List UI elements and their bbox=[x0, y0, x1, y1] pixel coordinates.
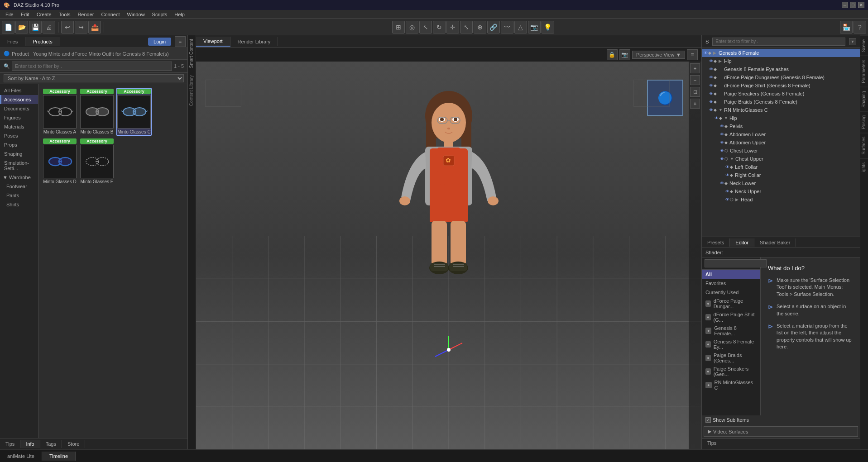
search-input[interactable] bbox=[12, 62, 172, 71]
cat-accessories[interactable]: Accessories bbox=[0, 95, 38, 104]
app-tab-timeline[interactable]: Timeline bbox=[42, 452, 76, 461]
scale-tool[interactable]: ⤡ bbox=[460, 21, 473, 33]
perspective-view-button[interactable]: Perspective View ▼ bbox=[632, 51, 685, 59]
tree-item-braids[interactable]: 👁 ◆ ▶ Paige Braids (Genesis 8 Female) bbox=[702, 98, 860, 106]
side-tab-scene[interactable]: Scene bbox=[860, 35, 868, 56]
sort-select[interactable]: Sort by Name · A to Z bbox=[4, 74, 184, 82]
move-tool[interactable]: ✛ bbox=[446, 21, 459, 33]
show-sub-checkbox[interactable]: ✓ bbox=[705, 417, 711, 423]
shader-cat-favorites[interactable]: Favorites bbox=[702, 279, 760, 288]
redo-button[interactable]: ↪ bbox=[75, 21, 87, 33]
vp-lock-button[interactable]: 🔒 bbox=[607, 49, 618, 60]
cat-wardrobe[interactable]: ▼ Wardrobe bbox=[0, 173, 38, 182]
shader-item-genesis8-eye[interactable]: ● Genesis 8 Female Ey... bbox=[702, 338, 760, 351]
tree-item-glasses[interactable]: 👁 ◆ ▼ RN MintoGlasses C bbox=[702, 106, 860, 114]
tree-toggle-head[interactable]: ▶ bbox=[735, 197, 741, 202]
tab-files[interactable]: Files bbox=[0, 37, 25, 46]
shader-search-input[interactable] bbox=[705, 259, 767, 267]
tab-viewport[interactable]: Viewport bbox=[196, 37, 230, 47]
tree-item-chest-upper[interactable]: 👁 ⬡ ▼ Chest Upper bbox=[702, 155, 860, 163]
zoom-out-tool[interactable]: − bbox=[690, 75, 700, 85]
shader-item-dungarees[interactable]: ● dForce Paige Dungar... bbox=[702, 297, 760, 310]
menu-scripts[interactable]: Scripts bbox=[149, 11, 171, 18]
tree-item-neck-lower[interactable]: 👁 ◆ Neck Lower bbox=[702, 179, 860, 187]
save-file-button[interactable]: 💾 bbox=[29, 21, 42, 33]
smart-content-tab[interactable]: Smart Content bbox=[188, 35, 196, 71]
menu-create[interactable]: Create bbox=[33, 11, 55, 18]
tree-item-hip[interactable]: 👁 ◆ ▶ Hip bbox=[702, 57, 860, 65]
content-library-tab[interactable]: Content Library bbox=[188, 71, 196, 110]
tree-item-dungarees[interactable]: 👁 ◆ ▶ dForce Paige Dungarees (Genesis 8 … bbox=[702, 73, 860, 81]
camera-tool[interactable]: 📷 bbox=[528, 21, 541, 33]
export-button[interactable]: 📤 bbox=[88, 21, 101, 33]
menu-render[interactable]: Render bbox=[74, 11, 97, 18]
menu-tools[interactable]: Tools bbox=[55, 11, 74, 18]
side-tab-posing[interactable]: Posing bbox=[860, 111, 868, 133]
rotate-tool[interactable]: ↻ bbox=[433, 21, 446, 33]
undo-button[interactable]: ↩ bbox=[61, 21, 74, 33]
side-tab-parameters[interactable]: Parameters bbox=[860, 56, 868, 87]
tab-bottom-tips[interactable]: Tips bbox=[702, 439, 722, 449]
side-tab-surfaces[interactable]: Surfaces bbox=[860, 133, 868, 158]
vp-camera-button[interactable]: 📷 bbox=[619, 49, 630, 60]
tab-tags[interactable]: Tags bbox=[40, 440, 62, 448]
new-file-button[interactable]: 📄 bbox=[2, 21, 14, 33]
login-button[interactable]: Login bbox=[148, 38, 171, 46]
cat-shirts[interactable]: Shirts bbox=[0, 200, 38, 209]
tree-item-pelvis[interactable]: 👁 ◆ Pelvis bbox=[702, 122, 860, 130]
cat-props[interactable]: Props bbox=[0, 140, 38, 149]
tree-toggle-hip[interactable]: ▶ bbox=[719, 59, 724, 63]
tab-store[interactable]: Store bbox=[62, 440, 85, 448]
menu-edit[interactable]: Edit bbox=[17, 11, 33, 18]
shader-item-paige-shirt[interactable]: ● dForce Paige Shirt (G... bbox=[702, 310, 760, 324]
cat-footwear[interactable]: Footwear bbox=[0, 182, 38, 191]
tree-item-left-collar[interactable]: 👁 ◆ Left Collar bbox=[702, 163, 860, 171]
minimize-button[interactable]: ─ bbox=[842, 2, 848, 8]
smooth-tool[interactable]: 〰 bbox=[501, 21, 513, 33]
menu-connect[interactable]: Connect bbox=[98, 11, 124, 18]
shader-cat-used[interactable]: Currently Used bbox=[702, 288, 760, 297]
tree-item-shirt[interactable]: 👁 ◆ ▶ dForce Paige Shirt (Genesis 8 Fema… bbox=[702, 81, 860, 90]
tree-item-hip2[interactable]: 👁 ◆ ▼ Hip bbox=[702, 114, 860, 122]
menu-help[interactable]: Help bbox=[171, 11, 188, 18]
help-icon-btn[interactable]: ? bbox=[854, 21, 866, 33]
cat-figures[interactable]: Figures bbox=[0, 113, 38, 122]
product-card-glasses-d[interactable]: Accessory Minto Glasses D bbox=[42, 138, 77, 186]
tree-toggle-chest-upper[interactable]: ▼ bbox=[730, 157, 735, 161]
tab-shader-baker[interactable]: Shader Baker bbox=[754, 238, 796, 247]
close-button[interactable]: ✕ bbox=[858, 2, 864, 8]
cat-poses[interactable]: Poses bbox=[0, 131, 38, 140]
tree-toggle-hip2[interactable]: ▼ bbox=[724, 116, 729, 120]
shader-cat-all[interactable]: All bbox=[702, 270, 760, 279]
tree-item-abdomen-upper[interactable]: 👁 ◆ Abdomen Upper bbox=[702, 138, 860, 147]
shader-item-genesis8f[interactable]: ● Genesis 8 Female... bbox=[702, 324, 760, 338]
tab-presets[interactable]: Presets bbox=[702, 238, 730, 247]
cat-simulation[interactable]: Simulation-Setti... bbox=[0, 158, 38, 173]
tree-toggle-genesis8f[interactable]: ▶ bbox=[713, 51, 719, 55]
select-tool[interactable]: ↖ bbox=[419, 21, 432, 33]
menu-file[interactable]: File bbox=[2, 11, 17, 18]
tab-tips[interactable]: Tips bbox=[0, 440, 20, 448]
maximize-button[interactable]: □ bbox=[850, 2, 856, 8]
cat-documents[interactable]: Documents bbox=[0, 104, 38, 113]
store-button[interactable]: 🏪 bbox=[840, 21, 853, 33]
tab-render-library[interactable]: Render Library bbox=[230, 37, 278, 46]
light-tool[interactable]: 💡 bbox=[542, 21, 554, 33]
perspective-tool[interactable]: ◎ bbox=[406, 21, 418, 33]
scene-options-button[interactable]: ▼ bbox=[849, 38, 856, 45]
open-file-button[interactable]: 📂 bbox=[15, 21, 28, 33]
scene-tool[interactable]: ⊞ bbox=[392, 21, 405, 33]
tab-editor[interactable]: Editor bbox=[730, 238, 754, 247]
product-card-glasses-e[interactable]: Accessory Minto Glasses E bbox=[79, 138, 115, 186]
cat-shaping[interactable]: Shaping bbox=[0, 149, 38, 158]
tree-toggle-glasses[interactable]: ▼ bbox=[719, 108, 724, 112]
panel-options-button[interactable]: ≡ bbox=[175, 36, 186, 47]
scene-filter-input[interactable] bbox=[712, 38, 845, 46]
render-button[interactable]: 🖨 bbox=[43, 21, 55, 33]
product-card-glasses-a[interactable]: Accessory Minto Glasses A bbox=[42, 88, 77, 136]
shader-item-braids[interactable]: ● Paige Braids (Genes... bbox=[702, 351, 760, 365]
tab-info[interactable]: Info bbox=[20, 440, 40, 448]
tree-item-right-collar[interactable]: 👁 ◆ Right Collar bbox=[702, 171, 860, 179]
shader-item-sneakers-gen[interactable]: ● Paige Sneakers (Gen... bbox=[702, 365, 760, 378]
cat-pants[interactable]: Pants bbox=[0, 191, 38, 200]
